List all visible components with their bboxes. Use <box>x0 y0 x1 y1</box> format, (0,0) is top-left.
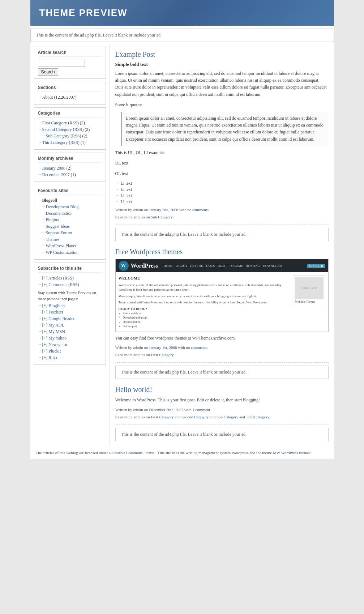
first-category-link[interactable]: First Category <box>42 120 67 125</box>
search-section: Article search Search <box>34 47 106 79</box>
list-item: [+] Pluckit <box>38 349 102 354</box>
my-yahoo-link[interactable]: [+] My Yahoo <box>42 336 67 341</box>
list-item: Li text <box>115 187 329 192</box>
wp-logo: W <box>119 261 129 271</box>
second-category-link[interactable]: Second Category <box>42 127 72 132</box>
nav-hosting: HOSTING <box>246 264 260 268</box>
sub-category-post-link[interactable]: Sub Category <box>151 215 172 219</box>
first-category-rss[interactable]: RSS <box>70 120 77 125</box>
ad-banner-4: This is the content of the ad4.php file.… <box>115 428 329 441</box>
ad-banner-1: This is the content of the ad1.php file.… <box>30 29 334 42</box>
list-item: Li text <box>115 199 329 205</box>
list-item: Get Support <box>123 324 290 329</box>
first-category-post-link[interactable]: First Category <box>151 353 174 357</box>
list-item: [+] My AOL <box>38 323 102 328</box>
suggest-ideas-link[interactable]: Suggest Ideas <box>46 224 70 229</box>
list-item: [+] Google Reader <box>38 316 102 321</box>
wp-custom-link[interactable]: WP Customization <box>46 250 79 255</box>
post-body: You can easy find free Wordpress themes … <box>115 335 329 342</box>
list-item: [+] My Yahoo <box>38 336 102 341</box>
bloglines-link[interactable]: [+] Bloglines <box>42 303 65 308</box>
support-forum-link[interactable]: Support Forum <box>46 230 72 235</box>
third-category-rss[interactable]: RSS <box>70 140 78 145</box>
sub-category-link[interactable]: Sub Category <box>46 133 70 138</box>
wp-body1: WordPress is a state-of-the-art semantic… <box>119 283 290 293</box>
list-item: Plugins <box>38 217 102 223</box>
dec-2007-link[interactable]: December 2007 <box>42 172 70 177</box>
nav-download: DOWNLOAD <box>263 264 282 268</box>
cc-license-link[interactable]: Creative Commons license <box>112 451 155 455</box>
list-item: WordPress Planet <box>38 243 102 249</box>
jan-2008-link[interactable]: January 2008 <box>42 166 65 171</box>
comments-rss-link[interactable]: [+] Comments (RSS) <box>42 282 79 287</box>
themes-link[interactable]: Themes <box>46 237 60 242</box>
sub-category-rss[interactable]: RSS <box>72 133 80 138</box>
categories-title: Categories <box>38 111 102 118</box>
wp-nav-items: HOME ABOUT EXTEND DOCS BLOG FORUMS HOSTI… <box>164 264 282 268</box>
post-date-link[interactable]: December 26th, 2007 <box>149 408 183 412</box>
google-reader-link[interactable]: [+] Google Reader <box>42 316 75 321</box>
pluckit-link[interactable]: [+] Pluckit <box>42 349 61 354</box>
list-item: Second Category (RSS) (2) <box>38 127 102 132</box>
list-item: January 2008 (2) <box>38 166 102 171</box>
sidebar: Article search Search Sections About (12… <box>30 45 110 446</box>
my-aol-link[interactable]: [+] My AOL <box>42 323 64 328</box>
favourite-sites-section: Favourite sites Blogroll Development Blo… <box>34 185 106 260</box>
list-item: Documentation <box>38 211 102 216</box>
wp-planet-link[interactable]: WordPress Planet <box>46 243 77 248</box>
post-date-link[interactable]: January 1st, 2008 <box>149 345 177 350</box>
rojo-link[interactable]: [+] Rojo <box>42 355 57 360</box>
plugins-link[interactable]: Plugins <box>46 217 59 222</box>
feedster-link[interactable]: [+] Feedster <box>42 310 63 315</box>
second-cat-link[interactable]: Second Category <box>181 415 209 419</box>
newsgator-link[interactable]: [+] Newsgator <box>42 342 68 347</box>
search-button[interactable]: Search <box>38 68 58 76</box>
post-date-link[interactable]: January 2nd, 2008 <box>149 208 178 212</box>
no-comments-link[interactable]: no comments <box>187 208 209 212</box>
page-footer: The articles of this weblog are licensed… <box>30 446 334 459</box>
articles-rss-link[interactable]: [+] Articles (RSS) <box>42 276 74 281</box>
my-msn-link[interactable]: [+] My MSN <box>42 329 65 334</box>
list-item: [+] Comments (RSS) <box>38 282 102 287</box>
read-more: Read more articles on First Category and… <box>115 415 329 419</box>
second-category-rss[interactable]: RSS <box>74 127 82 132</box>
post-meta: Written by admin on January 1st, 2008 wi… <box>115 345 329 350</box>
post-title-link[interactable]: Example Post <box>115 50 155 58</box>
nav-about: ABOUT <box>176 264 187 268</box>
mw-themes-link[interactable]: MW WordPress themes <box>273 451 311 455</box>
list-item: Download and install <box>123 316 290 320</box>
documentation-link[interactable]: Documentation <box>46 211 73 216</box>
nav-docs: DOCS <box>206 264 215 268</box>
third-category-link[interactable]: Third category <box>42 140 68 145</box>
list-item: [+] My MSN <box>38 329 102 334</box>
wordpress-link[interactable]: Wordpress <box>232 451 249 455</box>
post-subtitle: Simple bold text <box>115 61 329 67</box>
li-list: Li text Li text Li text Li text <box>115 181 329 205</box>
first-cat-link[interactable]: First Category <box>151 415 174 419</box>
read-more: Read more articles on Sub Category. <box>115 215 329 219</box>
list-item: [+] Rojo <box>38 355 102 361</box>
about-link[interactable]: About <box>42 95 53 100</box>
dev-blog-link[interactable]: Development Blog <box>46 204 79 209</box>
sections-list: About (12.26.2007) <box>38 95 102 100</box>
third-cat-link[interactable]: Third category <box>246 415 269 419</box>
post-title-link[interactable]: Free Wordpress themes <box>115 248 183 256</box>
search-title: Article search <box>38 50 102 57</box>
favourite-title: Favourite sites <box>38 188 102 195</box>
sub-cat-link[interactable]: Sub Category <box>217 415 238 419</box>
search-input[interactable] <box>38 60 85 67</box>
wp-right-panel: Active Theme Available Themes <box>293 275 325 329</box>
no-comments-link[interactable]: no comments <box>186 345 207 350</box>
post-title-link[interactable]: Hello world! <box>115 385 153 393</box>
wp-search-bar: SEARCH ▶ <box>307 264 325 268</box>
wp-body2: More simply, WordPress is what you use w… <box>119 294 290 299</box>
comments-link[interactable]: 1 comment <box>192 408 210 412</box>
wp-ready: READY TO BLOG? <box>119 307 290 312</box>
archives-title: Monthly archives <box>38 156 102 163</box>
list-item: Sub Category (RSS) (2) <box>38 133 102 139</box>
theme-label: Available Themes <box>295 300 324 303</box>
theme-preview-img: Active Theme <box>295 277 324 299</box>
post-body: Lorem ipsum dolor sit amet, consectetur … <box>115 70 329 98</box>
list-item: Find a web host <box>123 311 290 316</box>
sections-section: Sections About (12.26.2007) <box>34 82 106 105</box>
